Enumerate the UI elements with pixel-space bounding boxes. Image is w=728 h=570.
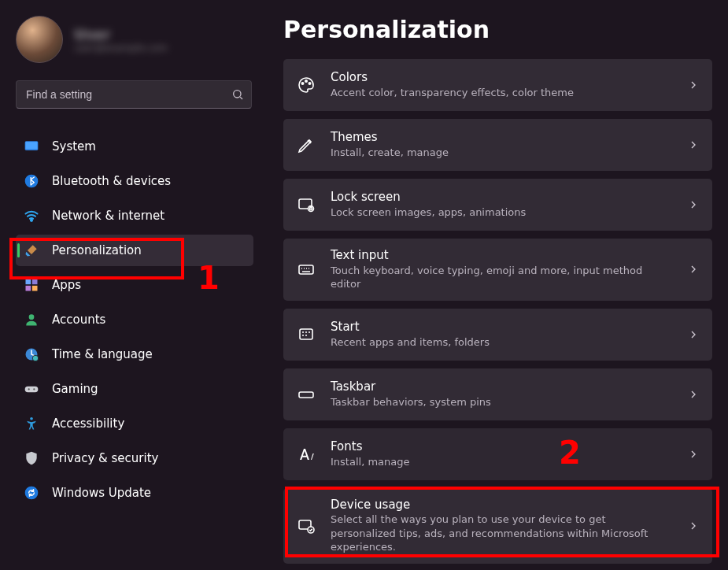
chevron-right-icon bbox=[687, 198, 700, 211]
svg-point-13 bbox=[28, 388, 30, 390]
card-sub: Recent apps and items, folders bbox=[331, 335, 673, 350]
user-text: User user@example.com bbox=[74, 26, 168, 54]
svg-point-11 bbox=[32, 355, 39, 361]
card-sub: Lock screen images, apps, animations bbox=[331, 205, 673, 220]
sidebar-item-personalization[interactable]: Personalization bbox=[16, 235, 253, 266]
card-text: Start Recent apps and items, folders bbox=[331, 320, 673, 349]
clock-globe-icon bbox=[24, 346, 39, 362]
sidebar-item-accounts[interactable]: Accounts bbox=[16, 304, 253, 335]
svg-point-3 bbox=[25, 175, 39, 188]
card-text: Text input Touch keyboard, voice typing,… bbox=[331, 248, 673, 291]
card-title: Device usage bbox=[331, 498, 673, 513]
user-name: User bbox=[74, 26, 168, 43]
update-icon bbox=[24, 485, 39, 501]
card-title: Start bbox=[331, 320, 673, 335]
avatar[interactable] bbox=[16, 16, 63, 63]
sidebar-item-gaming[interactable]: Gaming bbox=[16, 373, 253, 405]
sidebar-item-accessibility[interactable]: Accessibility bbox=[16, 408, 253, 439]
card-sub: Install, manage bbox=[331, 455, 673, 469]
svg-rect-2 bbox=[26, 142, 38, 149]
search-wrap bbox=[16, 80, 252, 109]
chevron-right-icon bbox=[687, 328, 700, 341]
svg-point-4 bbox=[31, 220, 32, 221]
svg-rect-5 bbox=[26, 279, 31, 285]
card-text: Taskbar Taskbar behaviors, system pins bbox=[331, 379, 673, 409]
card-title: Colors bbox=[331, 70, 673, 86]
card-fonts[interactable]: Fonts Install, manage bbox=[283, 428, 712, 480]
svg-point-14 bbox=[33, 388, 35, 390]
sidebar-item-label: System bbox=[52, 139, 96, 154]
palette-icon bbox=[296, 75, 316, 95]
card-title: Text input bbox=[331, 248, 673, 264]
search-input[interactable] bbox=[16, 80, 252, 109]
chevron-right-icon bbox=[687, 388, 700, 401]
sidebar-item-system[interactable]: System bbox=[16, 131, 253, 162]
paintbrush-icon bbox=[24, 242, 39, 258]
accessibility-icon bbox=[24, 416, 39, 431]
sidebar-item-label: Accounts bbox=[52, 313, 105, 327]
card-start[interactable]: Start Recent apps and items, folders bbox=[283, 309, 712, 361]
svg-rect-24 bbox=[300, 329, 312, 339]
svg-point-18 bbox=[305, 80, 307, 82]
sidebar-item-label: Privacy & security bbox=[52, 451, 158, 465]
card-title: Themes bbox=[331, 130, 673, 146]
card-sub: Taskbar behaviors, system pins bbox=[331, 395, 673, 409]
sidebar-nav: System Bluetooth & devices Network & int… bbox=[16, 129, 253, 510]
sidebar-item-privacy[interactable]: Privacy & security bbox=[16, 442, 253, 474]
card-title: Taskbar bbox=[331, 379, 673, 395]
chevron-right-icon bbox=[687, 139, 700, 151]
card-themes[interactable]: Themes Install, create, manage bbox=[283, 119, 712, 171]
pen-icon bbox=[296, 135, 316, 155]
sidebar-item-label: Time & language bbox=[52, 347, 153, 361]
card-title: Fonts bbox=[331, 439, 673, 455]
svg-rect-7 bbox=[26, 286, 31, 291]
card-device-usage[interactable]: Device usage Select all the ways you pla… bbox=[283, 488, 712, 564]
svg-rect-8 bbox=[32, 286, 38, 291]
sidebar-item-label: Windows Update bbox=[52, 486, 151, 500]
device-usage-icon bbox=[296, 516, 316, 536]
sidebar-item-bluetooth[interactable]: Bluetooth & devices bbox=[16, 165, 253, 197]
keyboard-icon bbox=[296, 259, 316, 279]
card-text-input[interactable]: Text input Touch keyboard, voice typing,… bbox=[283, 239, 712, 301]
card-title: Lock screen bbox=[331, 190, 673, 205]
card-text: Device usage Select all the ways you pla… bbox=[331, 498, 673, 554]
svg-point-0 bbox=[234, 91, 241, 98]
person-icon bbox=[24, 312, 39, 328]
card-text: Fonts Install, manage bbox=[331, 439, 673, 468]
svg-point-17 bbox=[301, 83, 303, 84]
sidebar-item-time-language[interactable]: Time & language bbox=[16, 339, 253, 370]
sidebar-item-network[interactable]: Network & internet bbox=[16, 200, 253, 231]
card-sub: Accent color, transparency effects, colo… bbox=[331, 86, 673, 100]
card-taskbar[interactable]: Taskbar Taskbar behaviors, system pins bbox=[283, 368, 712, 420]
taskbar-icon bbox=[296, 384, 316, 405]
svg-rect-6 bbox=[32, 279, 38, 285]
card-colors[interactable]: Colors Accent color, transparency effect… bbox=[283, 59, 712, 111]
sidebar-item-windows-update[interactable]: Windows Update bbox=[16, 477, 253, 509]
chevron-right-icon bbox=[687, 448, 700, 461]
card-sub: Select all the ways you plan to use your… bbox=[331, 513, 673, 554]
user-sub: user@example.com bbox=[74, 43, 168, 54]
sidebar-item-label: Bluetooth & devices bbox=[52, 174, 171, 188]
start-icon bbox=[296, 324, 316, 345]
svg-rect-23 bbox=[299, 265, 313, 274]
shield-icon bbox=[24, 450, 39, 466]
gamepad-icon bbox=[24, 381, 39, 397]
sidebar-item-label: Network & internet bbox=[52, 209, 164, 223]
card-text: Colors Accent color, transparency effect… bbox=[331, 70, 673, 99]
search-icon bbox=[231, 88, 244, 101]
sidebar-item-apps[interactable]: Apps bbox=[16, 269, 253, 301]
display-icon bbox=[24, 139, 39, 154]
svg-point-9 bbox=[29, 314, 35, 320]
card-sub: Touch keyboard, voice typing, emoji and … bbox=[331, 264, 673, 291]
chevron-right-icon bbox=[687, 263, 700, 276]
sidebar-item-label: Gaming bbox=[52, 382, 98, 396]
card-lock-screen[interactable]: Lock screen Lock screen images, apps, an… bbox=[283, 179, 712, 231]
card-text: Lock screen Lock screen images, apps, an… bbox=[331, 190, 673, 219]
chevron-right-icon bbox=[687, 79, 700, 91]
apps-icon bbox=[24, 277, 39, 293]
user-header[interactable]: User user@example.com bbox=[16, 16, 253, 63]
wifi-icon bbox=[24, 208, 39, 224]
sidebar-item-label: Apps bbox=[52, 278, 81, 292]
sidebar-item-label: Personalization bbox=[52, 243, 142, 257]
sidebar: User user@example.com System bbox=[0, 0, 260, 570]
